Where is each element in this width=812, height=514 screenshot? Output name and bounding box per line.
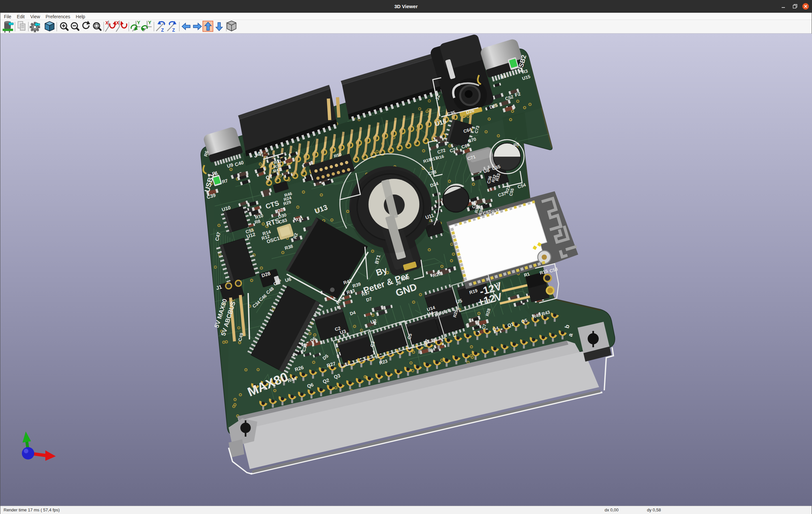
- svg-text:Y: Y: [137, 20, 140, 25]
- svg-text:X: X: [116, 20, 119, 25]
- svg-text:Y: Y: [148, 20, 151, 25]
- svg-text:Z: Z: [161, 27, 164, 33]
- svg-text:X: X: [105, 20, 109, 25]
- svg-text:Z: Z: [172, 27, 175, 33]
